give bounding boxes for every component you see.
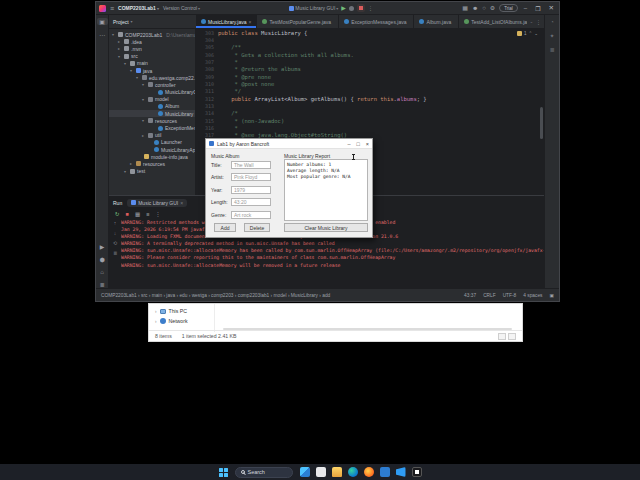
search-icon[interactable]: ○ bbox=[482, 5, 486, 11]
layout-icon[interactable]: ▦ bbox=[462, 5, 468, 11]
profile-icon[interactable]: ☻ bbox=[472, 5, 478, 11]
intellij-icon[interactable] bbox=[412, 467, 422, 477]
console-more-icon[interactable]: ⋮ bbox=[155, 211, 161, 217]
widgets-icon[interactable] bbox=[316, 467, 326, 477]
close-button[interactable]: ✕ bbox=[547, 4, 556, 12]
tree-item[interactable]: ExceptionMes... bbox=[109, 124, 195, 131]
license-badge[interactable]: Trial bbox=[499, 4, 518, 12]
next-issue-icon[interactable]: ⌄ bbox=[534, 31, 538, 36]
tree-item[interactable]: Album bbox=[109, 103, 195, 110]
project-tool-header[interactable]: Project ▾ bbox=[109, 15, 196, 28]
indent-indicator[interactable]: 4 spaces bbox=[523, 293, 542, 298]
tree-chevron-icon[interactable]: ▾ bbox=[130, 68, 134, 73]
tabs-menu-icon[interactable]: ⋮ bbox=[536, 19, 541, 25]
firefox-icon[interactable] bbox=[364, 467, 374, 477]
caret-position[interactable]: 43:37 bbox=[464, 293, 476, 298]
run-tab-close-icon[interactable]: × bbox=[180, 200, 183, 206]
expand-chevron-icon[interactable]: › bbox=[155, 309, 157, 314]
run-tool-icon[interactable]: ▶ bbox=[100, 243, 105, 250]
thumbnails-view-icon[interactable] bbox=[508, 333, 516, 340]
settings-gear-icon[interactable]: ⚙ bbox=[490, 5, 495, 11]
debug-button[interactable] bbox=[349, 6, 354, 11]
dialog-titlebar[interactable]: Lab1 by Aaron Bancroft – □ × bbox=[206, 139, 372, 149]
more-actions-icon[interactable]: ⋮ bbox=[368, 5, 373, 11]
tree-chevron-icon[interactable]: ▸ bbox=[118, 46, 122, 51]
vscode-icon[interactable] bbox=[396, 467, 406, 477]
problems-icon[interactable]: ≣ bbox=[99, 281, 104, 288]
tree-item[interactable]: module-info.java bbox=[109, 153, 195, 160]
tree-item[interactable]: ▾ resources bbox=[109, 117, 195, 124]
text-input[interactable]: Art rock bbox=[231, 211, 271, 219]
text-input[interactable]: 43:20 bbox=[231, 198, 271, 206]
tree-item[interactable]: MusicLibraryApp... bbox=[109, 146, 195, 153]
start-button[interactable] bbox=[219, 468, 228, 477]
explorer-nav-item[interactable]: › This PC bbox=[149, 306, 214, 316]
tree-item[interactable]: ▾ model bbox=[109, 96, 195, 103]
clear-library-button[interactable]: Clear Music Library bbox=[284, 223, 368, 232]
task-view-icon[interactable] bbox=[300, 467, 310, 477]
terminal-icon[interactable]: ⌂ bbox=[100, 269, 104, 275]
tree-chevron-icon[interactable]: ▸ bbox=[130, 161, 134, 166]
tree-item[interactable]: ▾ controller bbox=[109, 81, 195, 88]
clear-console-icon[interactable]: ≡ bbox=[146, 211, 149, 217]
editor-tab[interactable]: MusicLibrary.java × bbox=[196, 15, 257, 28]
tree-chevron-icon[interactable]: ▾ bbox=[124, 61, 128, 66]
tree-item[interactable]: ▾ src bbox=[109, 53, 195, 60]
scroll-up-icon[interactable]: ↑ bbox=[114, 220, 117, 226]
line-ending-indicator[interactable]: CRLF bbox=[483, 293, 496, 298]
dialog-minimize-button[interactable]: – bbox=[347, 141, 350, 147]
tree-chevron-icon[interactable]: ▸ bbox=[142, 133, 146, 138]
scroll-down-icon[interactable]: ↓ bbox=[114, 230, 117, 236]
minimize-button[interactable]: – bbox=[522, 5, 529, 11]
database-icon[interactable]: ≣ bbox=[549, 46, 554, 53]
run-config-selector[interactable]: Music Library GUI ▾ bbox=[289, 5, 338, 11]
run-tab[interactable]: Music Library GUI × bbox=[127, 199, 187, 207]
encoding-indicator[interactable]: UTF-8 bbox=[503, 293, 517, 298]
tree-item[interactable]: ▾ edu.westga.comp22... bbox=[109, 74, 195, 81]
project-selector[interactable]: COMP2203Lab1 ▾ bbox=[118, 5, 159, 11]
services-icon[interactable]: ⬢ bbox=[99, 256, 104, 263]
more-tools-icon[interactable]: ⋯ bbox=[99, 31, 105, 38]
stop-icon[interactable]: ■ bbox=[126, 211, 129, 217]
editor-tab[interactable]: TestAdd_ListOfAlbums.java bbox=[459, 15, 526, 28]
notifications-icon[interactable]: ◔ bbox=[550, 19, 554, 25]
vcs-selector[interactable]: Version Control ▾ bbox=[163, 5, 200, 11]
prev-issue-icon[interactable]: ⌃ bbox=[528, 31, 532, 36]
tree-chevron-icon[interactable]: ▾ bbox=[112, 32, 116, 37]
dialog-close-button[interactable]: × bbox=[366, 141, 369, 147]
tree-item[interactable]: ▸ .idea bbox=[109, 38, 195, 45]
run-button[interactable]: ▶ bbox=[341, 5, 346, 11]
tree-item[interactable]: MusicLibrary bbox=[109, 110, 195, 117]
store-icon[interactable] bbox=[380, 467, 390, 477]
tree-item[interactable]: ▾ test bbox=[109, 168, 195, 175]
file-explorer-icon[interactable] bbox=[332, 467, 342, 477]
breadcrumb[interactable]: COMP2203Lab1 › src › main › java › edu ›… bbox=[101, 293, 330, 298]
report-textarea[interactable]: Number albums: 1Average length: N/AMost … bbox=[284, 159, 368, 221]
tree-item[interactable]: ▸ resources bbox=[109, 160, 195, 167]
search-box[interactable]: Search bbox=[235, 467, 293, 478]
stop-button[interactable] bbox=[357, 4, 365, 12]
tree-chevron-icon[interactable]: ▾ bbox=[124, 169, 128, 174]
details-view-icon[interactable] bbox=[498, 333, 506, 340]
tree-chevron-icon[interactable]: ▾ bbox=[136, 75, 140, 80]
inspections-widget[interactable]: 1 ⌃ ⌄ bbox=[517, 31, 538, 36]
rerun-icon[interactable]: ↻ bbox=[115, 211, 120, 217]
console-settings-icon[interactable]: ≣ bbox=[113, 250, 117, 256]
tree-item[interactable]: Launcher bbox=[109, 139, 195, 146]
project-tool-icon[interactable]: ▣ bbox=[97, 18, 108, 25]
tab-close-icon[interactable]: × bbox=[249, 19, 252, 25]
editor-tab[interactable]: ExceptionMessages.java bbox=[339, 15, 414, 28]
tree-item[interactable]: MusicLibraryC... bbox=[109, 89, 195, 96]
tabs-more-icon[interactable]: ⌄ bbox=[530, 19, 533, 24]
tree-chevron-icon[interactable]: ▾ bbox=[142, 97, 146, 102]
text-input[interactable]: The Wall bbox=[231, 161, 271, 169]
edge-icon[interactable] bbox=[348, 467, 358, 477]
tree-item[interactable]: ▾ main bbox=[109, 60, 195, 67]
delete-button[interactable]: Delete bbox=[244, 223, 270, 232]
editor-tab[interactable]: TestMostPopularGenre.java bbox=[257, 15, 339, 28]
main-menu-icon[interactable]: ≡ bbox=[110, 5, 114, 12]
text-input[interactable]: Pink Floyd bbox=[231, 173, 271, 181]
tree-item[interactable]: ▾ java bbox=[109, 67, 195, 74]
tree-chevron-icon[interactable]: ▾ bbox=[142, 82, 146, 87]
add-button[interactable]: Add bbox=[214, 223, 236, 232]
